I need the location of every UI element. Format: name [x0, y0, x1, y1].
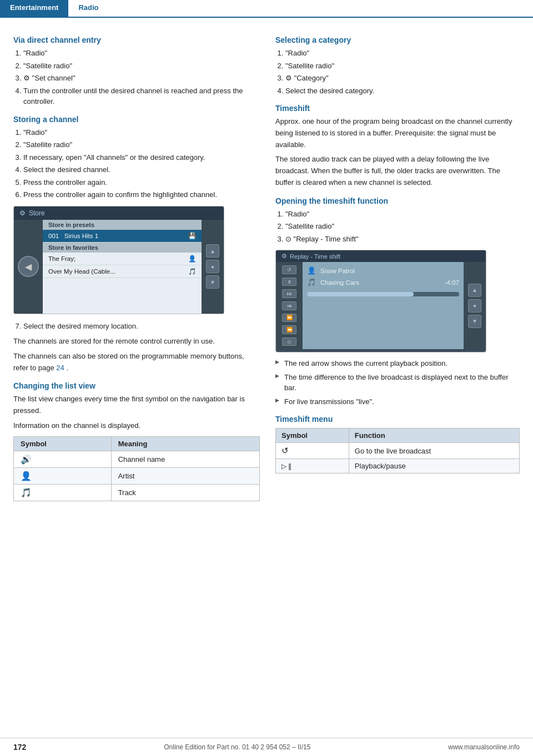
header-tabs: Entertainment Radio — [0, 0, 533, 18]
replay-header-label: Replay - Time shift — [290, 253, 340, 260]
storing-para1: The channels are stored for the remote c… — [13, 336, 260, 347]
opening-timeshift-steps: "Radio" "Satellite radio" ⊙ "Replay - Ti… — [285, 209, 520, 245]
device-store-menu: Store in presets 001 Sirius Hits 1 💾 Sto… — [43, 220, 202, 314]
storing-steps-cont: Select the desired memory location. — [23, 321, 260, 332]
replay-body: ↺ ⏸ ⏭ ⏮ ⏩ ⏪ ⊙ 👤 Snow Patrol � — [276, 262, 486, 349]
changing-para2: Information on the channel is displayed. — [13, 420, 260, 432]
dpad-control: ◀ — [18, 256, 39, 277]
table-cell-symbol3: 🎵 — [14, 484, 112, 501]
footer: 172 Online Edition for Part no. 01 40 2 … — [0, 738, 533, 756]
ts-symbol-live-icon: ↺ — [281, 446, 289, 455]
timeshift-para2: The stored audio track can be played wit… — [275, 154, 520, 188]
via-direct-steps: "Radio" "Satellite radio" ⚙ "Set channel… — [23, 48, 260, 107]
storing-para2-text: The channels can also be stored on the p… — [13, 352, 244, 372]
replay-left-controls: ↺ ⏸ ⏭ ⏮ ⏩ ⏪ ⊙ — [276, 262, 303, 349]
section-via-direct-heading: Via direct channel entry — [13, 36, 260, 44]
storing-para2-end: . — [66, 364, 68, 372]
ts-table-symbol2: ▷ ‖ — [276, 459, 349, 473]
menu-item-sirius: 001 Sirius Hits 1 💾 — [43, 230, 202, 243]
replay-info: 👤 Snow Patrol 🎵 Chasing Cars -4:07 — [307, 266, 459, 286]
table-row: 🔊 Channel name — [14, 451, 260, 467]
list-item: Select the desired channel. — [23, 164, 260, 175]
list-item: ⊙ "Replay - Time shift" — [285, 234, 520, 245]
replay-header-icon: ⚙ — [281, 253, 287, 260]
ts-table-header-function: Function — [349, 429, 519, 443]
selecting-steps: "Radio" "Satellite radio" ⚙ "Category" S… — [285, 48, 520, 96]
replay-btn-fwd: ⏩ — [282, 314, 296, 322]
store-header-label: Store — [29, 209, 45, 217]
replay-center-info: 👤 Snow Patrol 🎵 Chasing Cars -4:07 — [303, 262, 464, 349]
tab-entertainment[interactable]: Entertainment — [0, 0, 68, 17]
storing-steps: "Radio" "Satellite radio" If necessary, … — [23, 127, 260, 200]
storing-para2: The channels can also be stored on the p… — [13, 351, 260, 374]
replay-progress-bar-container — [307, 292, 459, 296]
replay-time: -4:07 — [445, 279, 459, 286]
device-store-header: ⚙ Store — [14, 206, 224, 220]
device-left-control: ◀ — [14, 220, 43, 314]
ts-table-function2: Playback/pause — [349, 459, 519, 473]
menu-item-label: 001 Sirius Hits 1 — [48, 233, 98, 239]
replay-btn-prev: ⏮ — [282, 301, 296, 310]
list-item: "Satellite radio" — [285, 61, 520, 72]
store-header-icon: ⚙ — [19, 209, 26, 217]
bullet-item-2: The time difference to the live broadcas… — [275, 372, 520, 394]
list-item: Select the desired category. — [285, 85, 520, 97]
replay-progress-bar — [307, 292, 414, 296]
list-item: "Satellite radio" — [23, 61, 260, 72]
list-item: "Radio" — [23, 48, 260, 59]
section-changing-heading: Changing the list view — [13, 381, 260, 390]
replay-btn-pause: ⏸ — [282, 278, 296, 286]
menu-item-over-my-head: Over My Head (Cable... 🎵 — [43, 265, 202, 278]
ts-table-function1: Go to the live broadcast — [349, 443, 519, 459]
list-item: ⚙ "Set channel" — [23, 73, 260, 84]
menu-item-fray-label: The Fray; — [48, 255, 76, 262]
menu-label-store-in-presets: Store in presets — [43, 220, 202, 230]
menu-item-over-my-head-label: Over My Head (Cable... — [48, 268, 115, 275]
table-row: ↺ Go to the live broadcast — [276, 443, 520, 459]
replay-right-btn2: ● — [468, 299, 481, 313]
section-selecting-heading: Selecting a category — [275, 36, 520, 44]
section-timeshift-menu-heading: Timeshift menu — [275, 415, 520, 424]
timeshift-table: Symbol Function ↺ Go to the live broadca… — [275, 428, 520, 473]
section-opening-timeshift-heading: Opening the timeshift function — [275, 196, 520, 205]
menu-item-fray: The Fray; 👤 — [43, 253, 202, 265]
tab-radio[interactable]: Radio — [68, 0, 108, 17]
table-row: 👤 Artist — [14, 467, 260, 484]
list-item: "Satellite radio" — [285, 221, 520, 232]
replay-artist: Snow Patrol — [320, 268, 355, 274]
device-replay-screenshot: ⚙ Replay - Time shift ↺ ⏸ ⏭ ⏮ ⏩ ⏪ ⊙ 👤 — [275, 250, 486, 352]
ts-symbol-playpause-icon: ▷ ‖ — [281, 462, 291, 470]
symbol-table-header-symbol: Symbol — [14, 436, 112, 451]
storing-para2-link[interactable]: 24 — [56, 364, 64, 372]
device-store-screenshot: ⚙ Store ◀ Store in presets 001 Sirius Hi… — [13, 206, 224, 314]
replay-btn-rwd: ⏪ — [282, 325, 296, 334]
device-store-body: ◀ Store in presets 001 Sirius Hits 1 💾 S… — [14, 220, 224, 314]
table-cell-meaning2: Artist — [111, 467, 259, 484]
left-column: Via direct channel entry "Radio" "Satell… — [13, 28, 260, 501]
replay-music-icon: 🎵 — [307, 278, 316, 286]
list-item: Press the controller again. — [23, 177, 260, 188]
table-row: ▷ ‖ Playback/pause — [276, 459, 520, 473]
timeshift-para1: Approx. one hour of the program being br… — [275, 116, 520, 150]
menu-item-icon-save: 💾 — [188, 232, 196, 240]
ctrl-btn-1: ▲ — [206, 244, 219, 258]
replay-person-icon: 👤 — [307, 266, 316, 275]
list-item: "Radio" — [23, 127, 260, 138]
replay-row-artist: 👤 Snow Patrol — [307, 266, 459, 275]
bullet-item-1: The red arrow shows the current playback… — [275, 358, 520, 369]
bullet-item-3: For live transmissions "live". — [275, 396, 520, 407]
replay-right-btn1: ▲ — [468, 284, 481, 297]
menu-item-icon-music: 🎵 — [188, 268, 196, 275]
symbol-table-header-meaning: Meaning — [111, 436, 259, 451]
list-item: ⚙ "Category" — [285, 73, 520, 84]
replay-bullet-list: The red arrow shows the current playback… — [275, 358, 520, 407]
replay-btn-live: ⊙ — [282, 337, 296, 346]
ctrl-btn-3: ▼ — [206, 275, 219, 289]
replay-right-btn3: ▼ — [468, 315, 481, 328]
list-item: "Radio" — [285, 209, 520, 220]
section-storing-heading: Storing a channel — [13, 115, 260, 124]
table-cell-symbol2: 👤 — [14, 467, 112, 484]
main-content: Via direct channel entry "Radio" "Satell… — [0, 18, 533, 511]
footer-copyright: Online Edition for Part no. 01 40 2 954 … — [164, 743, 310, 751]
device-right-control: ▲ ● ▼ — [202, 220, 224, 314]
